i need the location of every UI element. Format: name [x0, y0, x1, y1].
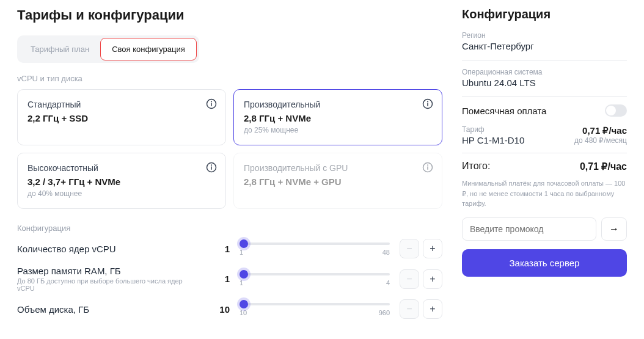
cpu-card-highfreq[interactable]: Высокочастотный 3,2 / 3,7+ ГГц + NVMe до…	[17, 153, 226, 209]
cpu-min: 1	[240, 249, 243, 256]
ram-plus-button[interactable]: +	[423, 269, 442, 289]
cpu-card-desc: до 25% мощнее	[244, 126, 432, 134]
ram-minus-button[interactable]: −	[400, 269, 419, 289]
ram-label: Размер памяти RAM, ГБ	[17, 266, 200, 276]
region-value: Санкт-Петербург	[462, 41, 627, 51]
order-button[interactable]: Заказать сервер	[462, 249, 627, 277]
disk-value: 10	[210, 304, 230, 315]
cpu-card-performance[interactable]: Производительный 2,8 ГГц + NVMe до 25% м…	[233, 89, 442, 145]
config-section-label: Конфигурация	[17, 224, 442, 233]
monthly-label: Помесячная оплата	[462, 106, 546, 116]
ram-min: 1	[240, 279, 243, 286]
info-icon[interactable]	[206, 98, 217, 109]
total-price: 0,71 ₽/час	[580, 161, 627, 172]
ram-value: 1	[210, 274, 230, 284]
cpu-card-gpu: Производительный с GPU 2,8 ГГц + NVMe + …	[233, 153, 442, 209]
cpu-slider[interactable]	[240, 242, 390, 245]
tabs-container: Тарифный план Своя конфигурация	[17, 35, 199, 63]
disk-min: 10	[240, 309, 247, 316]
ram-hint: До 80 ГБ доступно при выборе большего чи…	[17, 277, 200, 292]
tariff-price: 0,71 ₽/час	[574, 125, 627, 136]
svg-point-2	[211, 101, 212, 102]
arrow-right-icon: →	[609, 224, 619, 235]
cpu-max: 48	[382, 249, 390, 256]
cpu-plus-button[interactable]: +	[423, 239, 442, 258]
cpu-section-label: vCPU и тип диска	[17, 74, 442, 83]
cpu-card-title: Производительный	[244, 100, 432, 109]
disk-minus-button[interactable]: −	[400, 299, 419, 319]
info-icon[interactable]	[422, 98, 433, 109]
total-label: Итого:	[462, 161, 490, 172]
page-title: Тарифы и конфигурации	[17, 7, 442, 23]
ram-max: 4	[386, 279, 390, 286]
promo-submit-button[interactable]: →	[601, 217, 627, 241]
cpu-card-spec: 2,8 ГГц + NVMe	[244, 113, 432, 123]
disk-label: Объем диска, ГБ	[17, 304, 200, 315]
info-icon[interactable]	[422, 162, 433, 173]
cpu-card-spec: 2,8 ГГц + NVMe + GPU	[244, 177, 432, 187]
tab-custom[interactable]: Своя конфигурация	[100, 38, 197, 60]
tariff-name: HP C1-M1-D10	[462, 135, 524, 145]
cpu-grid: Стандартный 2,2 ГГц + SSD Производительн…	[17, 89, 442, 209]
cpu-card-title: Высокочастотный	[27, 163, 216, 173]
cpu-card-standard[interactable]: Стандартный 2,2 ГГц + SSD	[17, 89, 226, 145]
promo-input[interactable]	[462, 217, 596, 241]
min-payment-text: Минимальный платёж для почасовой оплаты …	[462, 178, 627, 209]
disk-plus-button[interactable]: +	[423, 299, 442, 319]
tariff-label: Тариф	[462, 125, 524, 134]
os-label: Операционная система	[462, 68, 627, 76]
region-label: Регион	[462, 31, 627, 40]
tariff-monthly: до 480 ₽/месяц	[574, 136, 627, 145]
tab-plan[interactable]: Тарифный план	[20, 38, 100, 60]
svg-point-11	[428, 165, 428, 166]
monthly-toggle[interactable]	[605, 104, 627, 117]
summary-title: Конфигурация	[462, 7, 627, 21]
disk-max: 960	[379, 309, 390, 316]
cpu-minus-button[interactable]: −	[400, 239, 419, 258]
cpu-cores-value: 1	[210, 244, 230, 254]
info-icon[interactable]	[206, 162, 217, 173]
cpu-card-title: Производительный с GPU	[244, 163, 432, 173]
os-value: Ubuntu 24.04 LTS	[462, 78, 627, 88]
cpu-card-desc: до 40% мощнее	[27, 189, 216, 198]
cpu-card-spec: 2,2 ГГц + SSD	[27, 113, 216, 123]
svg-point-5	[428, 101, 428, 102]
cpu-card-spec: 3,2 / 3,7+ ГГц + NVMe	[27, 177, 216, 187]
svg-point-8	[211, 165, 212, 166]
ram-slider[interactable]	[240, 273, 390, 275]
disk-slider[interactable]	[240, 303, 390, 305]
cpu-card-title: Стандартный	[27, 100, 216, 109]
cpu-cores-label: Количество ядер vCPU	[17, 244, 200, 254]
